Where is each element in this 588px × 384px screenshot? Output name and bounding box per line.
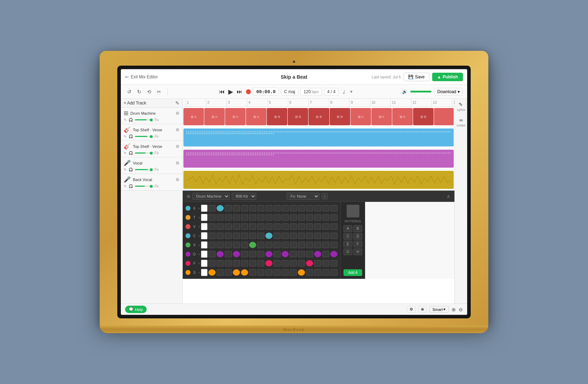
drum-step-6-13[interactable] [314,205,321,211]
drum-step-preview-V[interactable] [201,223,207,230]
bass-headphone-icon[interactable]: 🎧 [129,151,133,155]
drum-panel-collapse[interactable]: ∧ [447,194,450,199]
drum-volume-slider[interactable] [135,119,153,120]
drum-step-6-11[interactable] [298,205,305,211]
bass-gear-icon[interactable]: ⚙ [176,144,180,149]
drum-step-V-4[interactable] [241,223,248,230]
drum-step-9-11[interactable] [298,242,305,248]
drum-step-C-2[interactable] [225,233,232,239]
vocal-edit-icon[interactable]: ✎ [124,168,127,172]
drum-step-C-11[interactable] [298,233,305,239]
drum-step-6-7[interactable] [265,205,272,211]
fast-forward-button[interactable]: ⏭ [235,87,244,96]
add-track-button[interactable]: + Add Track [124,101,146,106]
drum-row-arrow-C[interactable]: ▾ [198,234,200,238]
drum-gear-icon[interactable]: ⚙ [176,111,180,116]
drum-step-9-15[interactable] [330,242,337,248]
drum-step-V-13[interactable] [314,223,321,230]
drum-step-V-5[interactable] [249,223,256,230]
undo-button[interactable]: ↺ [125,88,134,96]
backvocal-gear-icon[interactable]: ⚙ [176,177,180,182]
drum-step-preview-C[interactable] [201,232,207,239]
drum-step-V-8[interactable] [274,223,281,230]
drum-step-T-8[interactable] [274,214,281,221]
drum-step-T-12[interactable] [306,214,313,221]
drum-step-6-14[interactable] [322,205,329,211]
drum-step-T-11[interactable] [298,214,305,221]
drum-step-V-3[interactable] [233,223,240,230]
drum-step-9-5[interactable] [249,242,256,248]
drum-step-O-10[interactable] [290,251,297,257]
drum-block-a6[interactable]: ⊞ A [371,108,392,125]
drum-step-F-7[interactable] [265,260,272,266]
drum-step-T-0[interactable] [208,214,216,221]
drum-step-F-9[interactable] [282,260,289,266]
drum-step-C-6[interactable] [257,233,264,239]
drum-step-F-14[interactable] [322,260,329,266]
drum-step-T-13[interactable] [314,214,321,221]
drum-step-T-2[interactable] [225,214,232,221]
download-button[interactable]: Download ▾ [434,88,463,96]
drum-step-T-6[interactable] [257,214,264,221]
drum-step-6-9[interactable] [282,205,289,211]
drum-step-9-6[interactable] [257,242,264,248]
drum-edit-icon[interactable]: ✎ [124,118,127,122]
drum-row-arrow-6[interactable]: ▾ [198,206,200,210]
drum-step-6-10[interactable] [290,205,297,211]
drum-step-S-6[interactable] [257,269,264,276]
pattern-btn-B[interactable]: B [353,225,362,232]
backvocal-volume-slider[interactable] [135,186,153,187]
drum-block-b2[interactable]: ⊞ B [288,108,308,125]
drum-step-V-1[interactable] [217,223,224,230]
drum-step-6-4[interactable] [241,205,248,211]
drum-block-a4[interactable]: ⊞ A [246,108,266,125]
drum-step-F-0[interactable] [208,260,216,266]
drum-step-O-9[interactable] [282,251,289,257]
publish-button[interactable]: ▲ Publish [432,73,463,81]
drum-step-T-5[interactable] [249,214,256,221]
drum-step-T-7[interactable] [265,214,272,221]
drum-step-O-0[interactable] [208,251,216,257]
drum-step-preview-T[interactable] [201,214,207,221]
cut-button[interactable]: ✂ [155,88,163,96]
drum-step-F-13[interactable] [314,260,321,266]
drum-row-arrow-V[interactable]: ▾ [198,225,200,229]
drum-step-O-1[interactable] [217,251,224,257]
drum-step-F-12[interactable] [306,260,313,266]
drum-step-9-2[interactable] [225,242,232,248]
drum-step-S-0[interactable] [208,269,216,276]
drum-step-T-9[interactable] [282,214,289,221]
drum-step-6-12[interactable] [306,205,313,211]
drum-step-F-1[interactable] [217,260,224,266]
volume-bar[interactable] [410,91,431,92]
save-button[interactable]: 💾 Save [404,73,429,81]
drum-step-S-12[interactable] [306,269,313,276]
drum-step-C-12[interactable] [306,233,313,239]
drum-step-V-12[interactable] [306,223,313,230]
record-button[interactable] [246,89,251,94]
drum-step-O-7[interactable] [265,251,272,257]
drum-block-a2[interactable]: ⊞ A [204,108,225,125]
settings-button[interactable]: ⚙ [407,306,416,313]
drum-step-C-0[interactable] [208,233,216,239]
pattern-btn-F[interactable]: F [353,241,362,247]
drum-step-C-14[interactable] [322,233,329,239]
backvocal-edit-icon[interactable]: ✎ [124,184,127,188]
drum-step-S-10[interactable] [290,269,297,276]
guitar-volume-slider[interactable] [135,136,153,137]
smart-button[interactable]: Smart ▾ [429,306,449,313]
drum-step-6-0[interactable] [208,205,216,211]
drum-step-C-13[interactable] [314,233,321,239]
drum-step-S-7[interactable] [265,269,272,276]
drum-step-S-15[interactable] [330,269,337,276]
loop-button[interactable]: ⟲ [145,88,153,96]
pattern-btn-E[interactable]: E [343,241,352,247]
drum-step-9-3[interactable] [233,242,240,248]
drum-step-O-8[interactable] [274,251,281,257]
expand-button[interactable]: ▾ [349,88,353,95]
drum-step-C-5[interactable] [249,233,256,239]
drum-step-C-9[interactable] [282,233,289,239]
drum-step-9-13[interactable] [314,242,321,248]
drum-step-S-8[interactable] [274,269,281,276]
drum-step-C-4[interactable] [241,233,248,239]
